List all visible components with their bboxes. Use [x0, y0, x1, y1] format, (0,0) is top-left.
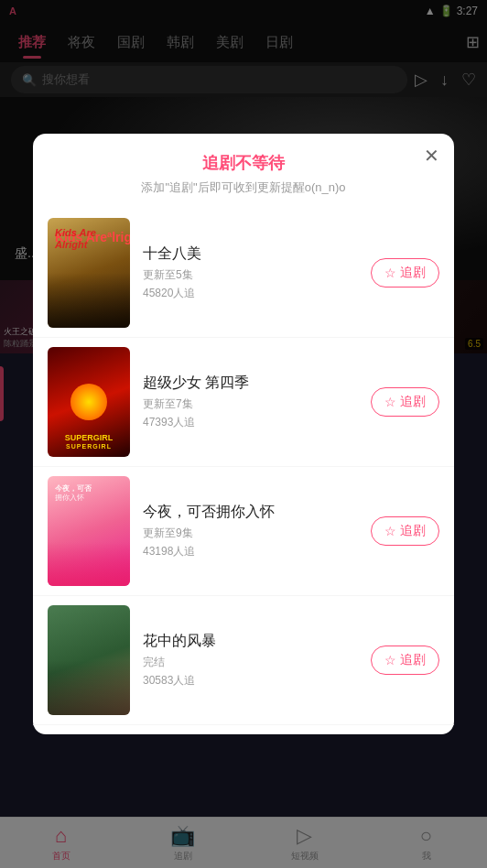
drama-poster-1: Kids AreAlright: [48, 218, 130, 328]
drama-poster-4: [48, 605, 130, 715]
drama-list: Kids AreAlright 十全八美 更新至5集 45820人追 ☆ 追剧: [33, 205, 454, 734]
drama-title-2: 超级少女 第四季: [143, 374, 358, 393]
follow-button-3[interactable]: ☆ 追剧: [371, 516, 439, 546]
drama-update-4: 完结: [143, 655, 358, 670]
follow-button-4[interactable]: ☆ 追剧: [371, 646, 439, 675]
follow-drama-modal: 追剧不等待 添加"追剧"后即可收到更新提醒o(n_n)o ✕ Kids AreA…: [33, 134, 454, 734]
star-icon-4: ☆: [384, 653, 396, 667]
drama-followers-4: 30583人追: [143, 673, 358, 689]
drama-poster-3: 今夜，可否 拥你入怀: [48, 476, 130, 586]
drama-info-3: 今夜，可否拥你入怀 更新至9集 43198人追: [143, 503, 358, 559]
close-button[interactable]: ✕: [424, 146, 439, 165]
drama-title-1: 十全八美: [143, 244, 358, 264]
star-icon-2: ☆: [384, 395, 396, 409]
follow-label-3: 追剧: [400, 523, 426, 539]
modal-overlay: 追剧不等待 添加"追剧"后即可收到更新提醒o(n_n)o ✕ Kids AreA…: [0, 0, 487, 868]
drama-info-2: 超级少女 第四季 更新至7集 47393人追: [143, 374, 358, 430]
drama-item-2: SUPERGIRL 超级少女 第四季 更新至7集 47393人追 ☆ 追剧: [33, 338, 454, 467]
follow-button-2[interactable]: ☆ 追剧: [371, 387, 439, 417]
drama-info-4: 花中的风暴 完结 30583人追: [143, 632, 358, 689]
modal-subtitle: 添加"追剧"后即可收到更新提醒o(n_n)o: [51, 179, 436, 196]
follow-label-2: 追剧: [400, 394, 426, 410]
drama-item-1: Kids AreAlright 十全八美 更新至5集 45820人追 ☆ 追剧: [33, 209, 454, 338]
drama-followers-3: 43198人追: [143, 544, 358, 559]
drama-followers-2: 47393人追: [143, 415, 358, 430]
drama-item-4: 花中的风暴 完结 30583人追 ☆ 追剧: [33, 596, 454, 725]
modal-title: 追剧不等待: [51, 152, 436, 174]
modal-header: 追剧不等待 添加"追剧"后即可收到更新提醒o(n_n)o ✕: [33, 134, 454, 205]
drama-followers-1: 45820人追: [143, 286, 358, 301]
star-icon-1: ☆: [384, 266, 396, 280]
follow-label-1: 追剧: [400, 265, 426, 281]
drama-update-1: 更新至5集: [143, 267, 358, 283]
drama-title-3: 今夜，可否拥你入怀: [143, 503, 358, 522]
drama-update-2: 更新至7集: [143, 396, 358, 412]
drama-update-3: 更新至9集: [143, 526, 358, 541]
star-icon-3: ☆: [384, 524, 396, 538]
follow-label-4: 追剧: [400, 652, 426, 668]
drama-poster-2: SUPERGIRL: [48, 347, 130, 457]
drama-item-3: 今夜，可否 拥你入怀 今夜，可否拥你入怀 更新至9集 43198人追 ☆ 追剧: [33, 467, 454, 596]
drama-info-1: 十全八美 更新至5集 45820人追: [143, 244, 358, 301]
drama-title-4: 花中的风暴: [143, 632, 358, 651]
follow-button-1[interactable]: ☆ 追剧: [371, 258, 439, 288]
